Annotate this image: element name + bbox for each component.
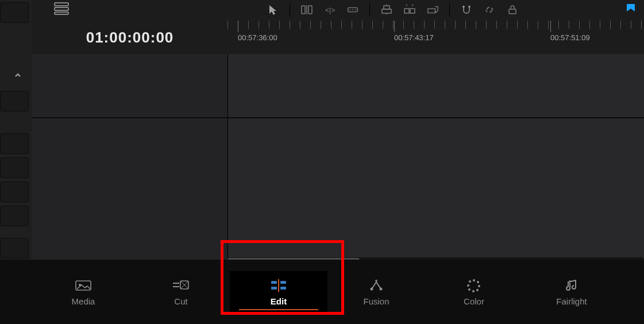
timeline-header: 01:00:00:00 00:57:36:00 00:57:43:17 00:5… xyxy=(32,21,644,54)
lock-position-icon[interactable] xyxy=(506,3,519,16)
svg-point-36 xyxy=(469,280,471,283)
svg-rect-23 xyxy=(271,287,277,290)
svg-rect-18 xyxy=(509,9,516,14)
ruler-major-tick xyxy=(550,21,551,32)
svg-point-32 xyxy=(476,289,479,291)
page-tab-label: Edit xyxy=(271,296,287,306)
track-row[interactable] xyxy=(32,117,644,260)
svg-text:<|>: <|> xyxy=(325,6,335,14)
page-tab-fusion[interactable]: Fusion xyxy=(327,271,425,313)
svg-point-34 xyxy=(468,288,471,291)
svg-point-8 xyxy=(350,9,351,10)
cut-page-icon xyxy=(171,278,191,293)
svg-point-30 xyxy=(477,281,479,283)
flag-marker-icon[interactable] xyxy=(626,3,636,18)
fairlight-page-icon xyxy=(565,278,578,293)
page-tab-edit[interactable]: Edit xyxy=(230,271,327,313)
svg-rect-3 xyxy=(302,6,305,14)
svg-point-9 xyxy=(352,9,353,10)
replace-clip-icon[interactable] xyxy=(380,3,393,16)
link-clips-icon[interactable] xyxy=(483,3,496,16)
ruler-label: 00:57:43:17 xyxy=(394,33,434,42)
left-slot[interactable] xyxy=(0,206,29,226)
left-slot[interactable] xyxy=(0,238,29,259)
svg-rect-13 xyxy=(404,9,409,13)
svg-point-10 xyxy=(355,9,356,10)
magnet-snap-icon[interactable] xyxy=(460,3,473,16)
toolbar-separator xyxy=(449,3,450,16)
page-tab-label: Fusion xyxy=(363,296,389,306)
page-tab-cut[interactable]: Cut xyxy=(132,271,230,313)
ruler-ticks xyxy=(227,21,644,29)
append-at-end-icon[interactable] xyxy=(426,3,439,16)
left-slot[interactable] xyxy=(0,182,29,202)
timeline-toolbar: <|> xyxy=(32,0,644,21)
ruler-major-tick xyxy=(238,21,238,32)
page-tab-label: Color xyxy=(464,296,484,306)
svg-point-31 xyxy=(478,285,480,287)
left-slot[interactable] xyxy=(0,2,29,23)
svg-point-28 xyxy=(380,287,383,290)
svg-rect-2 xyxy=(55,12,68,14)
svg-rect-15 xyxy=(428,9,435,13)
arrow-pointer-icon[interactable] xyxy=(267,3,279,16)
ripple-overwrite-icon[interactable] xyxy=(403,3,416,16)
svg-rect-14 xyxy=(410,9,415,13)
svg-rect-22 xyxy=(271,281,277,284)
svg-rect-25 xyxy=(280,287,286,290)
insert-clip-icon[interactable]: <|> xyxy=(323,3,336,16)
left-panel xyxy=(0,0,33,260)
color-page-icon xyxy=(466,278,481,293)
left-slot[interactable] xyxy=(0,91,29,111)
svg-rect-11 xyxy=(382,9,391,13)
page-tab-label: Cut xyxy=(174,296,187,306)
left-slot[interactable] xyxy=(0,133,29,154)
page-tab-fairlight[interactable]: Fairlight xyxy=(523,271,620,313)
svg-point-27 xyxy=(371,287,373,290)
overwrite-clip-icon[interactable] xyxy=(346,3,359,16)
ruler-label: 00:57:51:09 xyxy=(550,33,590,42)
app-root: <|> xyxy=(0,0,644,324)
collapse-chevron-icon[interactable] xyxy=(14,71,22,81)
track-row[interactable] xyxy=(32,54,644,118)
razor-blade-icon[interactable] xyxy=(300,3,313,16)
page-navigation-bar: Media Cut Edit F xyxy=(0,260,644,324)
edit-page-icon xyxy=(270,278,287,293)
stacked-timelines-icon[interactable] xyxy=(54,2,69,15)
page-tab-color[interactable]: Color xyxy=(425,271,523,313)
page-tab-media[interactable]: Media xyxy=(34,271,132,313)
master-timecode[interactable]: 01:00:00:00 xyxy=(32,21,228,54)
timecode-value: 01:00:00:00 xyxy=(86,29,174,47)
svg-point-35 xyxy=(467,284,469,287)
page-tab-label: Media xyxy=(72,296,95,306)
svg-rect-12 xyxy=(384,6,390,9)
svg-point-33 xyxy=(472,290,475,292)
media-page-icon xyxy=(75,278,92,293)
ruler-label: 00:57:36:00 xyxy=(238,33,277,42)
svg-rect-19 xyxy=(76,281,91,290)
svg-rect-4 xyxy=(308,6,312,14)
page-tab-label: Fairlight xyxy=(556,296,587,306)
left-slot[interactable] xyxy=(0,157,29,178)
svg-rect-24 xyxy=(280,281,286,284)
fusion-page-icon xyxy=(368,278,384,293)
toolbar-separator xyxy=(369,3,370,16)
svg-rect-0 xyxy=(55,3,68,6)
svg-point-29 xyxy=(473,279,475,281)
ruler-major-tick xyxy=(394,21,395,32)
toolbar-separator xyxy=(290,3,290,16)
svg-rect-1 xyxy=(55,7,68,10)
timeline-ruler[interactable]: 00:57:36:00 00:57:43:17 00:57:51:09 xyxy=(227,21,644,55)
timeline-tracks xyxy=(32,54,644,260)
